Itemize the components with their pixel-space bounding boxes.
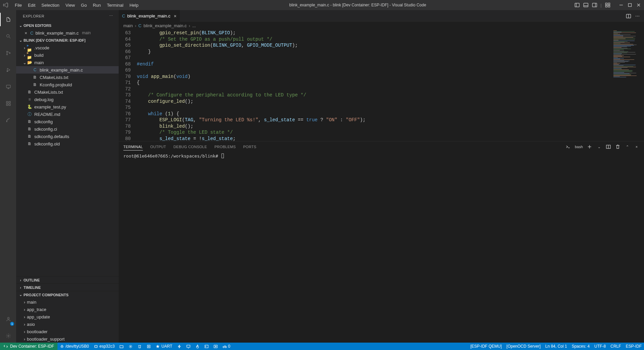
code-text[interactable]: gpio_reset_pin(BLINK_GPIO);	[137, 30, 236, 36]
menu-help[interactable]: Help	[127, 1, 141, 9]
status-flash-icon[interactable]	[175, 343, 184, 350]
code-editor[interactable]: 63 gpio_reset_pin(BLINK_GPIO);64 /* Set …	[119, 29, 612, 141]
activity-explorer[interactable]	[0, 13, 16, 26]
status-eol[interactable]: CRLF	[608, 343, 623, 350]
status-port[interactable]: /dev/ttyUSB0	[57, 343, 91, 350]
tree-item[interactable]: ⓘREADME.md	[16, 111, 119, 118]
close-icon[interactable]: ×	[24, 31, 28, 36]
close-window-icon[interactable]	[636, 2, 641, 8]
layout-right-icon[interactable]	[592, 2, 597, 8]
menu-file[interactable]: File	[12, 1, 25, 9]
layout-left-icon[interactable]	[574, 2, 580, 8]
tree-item[interactable]: Cblink_example_main.c	[16, 66, 119, 74]
close-panel-icon[interactable]: ×	[634, 144, 639, 149]
activity-scm[interactable]	[0, 46, 16, 60]
status-uart[interactable]: ★UART	[153, 343, 174, 350]
code-text[interactable]: configure_led();	[137, 98, 193, 105]
tree-item[interactable]: 🗎sdkconfig.defaults	[16, 133, 119, 140]
minimap[interactable]	[612, 29, 644, 141]
status-lncol[interactable]: Ln 84, Col 1	[543, 343, 569, 350]
component-item[interactable]: ›app_update	[16, 313, 119, 320]
terminal-shell-name[interactable]: bash	[575, 145, 583, 149]
activity-extensions[interactable]	[0, 97, 16, 110]
breadcrumb[interactable]: main› C blink_example_main.c› ...	[119, 22, 644, 29]
status-gear-icon[interactable]	[126, 343, 135, 350]
status-openocd[interactable]: [OpenOCD Server]	[504, 343, 543, 350]
code-text[interactable]: /* Configure the peripheral according to…	[137, 92, 306, 98]
minimize-icon[interactable]	[618, 2, 624, 8]
tree-item[interactable]: ⌄📂main	[16, 59, 119, 66]
tree-item[interactable]: 🗎Kconfig.projbuild	[16, 81, 119, 88]
component-item[interactable]: ›bootloader	[16, 328, 119, 335]
chevron-down-icon[interactable]: ⌄	[596, 144, 602, 149]
tree-item[interactable]: 🗎sdkconfig.old	[16, 140, 119, 147]
open-editors-header[interactable]: ⌄OPEN EDITORS	[16, 22, 119, 29]
code-text[interactable]: gpio_set_direction(BLINK_GPIO, GPIO_MODE…	[137, 42, 298, 49]
status-language[interactable]: ESP-IDF	[623, 343, 644, 350]
code-text[interactable]: ESP_LOGI(TAG, "Turning the LED %s!", s_l…	[137, 117, 366, 123]
activity-accounts[interactable]: 1	[0, 312, 16, 326]
code-text[interactable]: void app_main(void)	[137, 74, 191, 80]
layout-bottom-icon[interactable]	[583, 2, 589, 8]
maximize-panel-icon[interactable]: ⌃	[625, 144, 630, 149]
timeline-header[interactable]: ›TIMELINE	[16, 283, 119, 291]
split-terminal-icon[interactable]	[606, 144, 611, 149]
tree-item[interactable]: ›▸📁build	[16, 51, 119, 59]
maximize-icon[interactable]	[627, 2, 633, 8]
activity-espressif[interactable]	[0, 114, 16, 127]
status-qemu[interactable]: [ESP-IDF QEMU]	[468, 343, 504, 350]
new-terminal-icon[interactable]	[587, 144, 592, 149]
code-text[interactable]: }	[137, 49, 151, 55]
open-editor-item[interactable]: × C blink_example_main.c main	[16, 29, 119, 37]
menu-terminal[interactable]: Terminal	[104, 1, 126, 9]
code-text[interactable]: s_led_state = !s_led_state;	[137, 136, 236, 141]
more-icon[interactable]: ⋯	[109, 13, 114, 19]
terminal-body[interactable]: root@61e646e07665:/workspaces/blink#	[119, 152, 644, 343]
project-components-header[interactable]: ⌄PROJECT COMPONENTS	[16, 291, 119, 298]
editor-tab[interactable]: C blink_example_main.c ×	[119, 10, 180, 22]
code-text[interactable]: {	[137, 80, 139, 86]
component-item[interactable]: ›asio	[16, 320, 119, 328]
menu-edit[interactable]: Edit	[25, 1, 38, 9]
status-errwarn[interactable]: 0	[220, 343, 233, 350]
code-text[interactable]: /* Toggle the LED state */	[137, 129, 233, 136]
layout-customize-icon[interactable]	[605, 2, 610, 8]
status-folder-icon[interactable]	[117, 343, 126, 350]
tree-item[interactable]: 🗎CMakeLists.txt	[16, 88, 119, 96]
status-terminal-icon[interactable]	[202, 343, 211, 350]
close-tab-icon[interactable]: ×	[174, 13, 176, 19]
panel-tab-problems[interactable]: PROBLEMS	[214, 143, 236, 150]
terminal-profile-icon[interactable]	[565, 144, 571, 149]
tree-item[interactable]: ≡debug.log	[16, 96, 119, 103]
outline-header[interactable]: ›OUTLINE	[16, 276, 119, 283]
more-icon[interactable]: ⋯	[635, 13, 640, 19]
panel-tab-ports[interactable]: PORTS	[243, 143, 256, 150]
status-monitor-icon[interactable]	[184, 343, 193, 350]
component-item[interactable]: ›main	[16, 298, 119, 306]
status-trash-icon[interactable]	[135, 343, 144, 350]
code-text[interactable]: /* Set the GPIO as a push/pull output */	[137, 36, 272, 43]
activity-settings[interactable]	[0, 329, 16, 343]
activity-search[interactable]	[0, 30, 16, 43]
status-encoding[interactable]: UTF-8	[592, 343, 608, 350]
status-chip[interactable]: esp32c3	[91, 343, 117, 350]
panel-tab-debug-console[interactable]: DEBUG CONSOLE	[173, 143, 207, 150]
code-text[interactable]: blink_led();	[137, 123, 193, 130]
menu-selection[interactable]: Selection	[39, 1, 62, 9]
tree-item[interactable]: 🐍example_test.py	[16, 103, 119, 111]
split-editor-icon[interactable]	[626, 13, 631, 19]
status-flame-icon[interactable]	[193, 343, 202, 350]
activity-run-debug[interactable]	[0, 63, 16, 77]
tree-item[interactable]: 🗎sdkconfig.ci	[16, 125, 119, 133]
status-remote[interactable]: Dev Container: ESP-IDF	[0, 343, 57, 350]
code-text[interactable]: while (1) {	[137, 111, 179, 117]
menu-run[interactable]: Run	[90, 1, 104, 9]
kill-terminal-icon[interactable]	[615, 144, 620, 149]
component-item[interactable]: ›app_trace	[16, 306, 119, 313]
component-item[interactable]: ›bootloader_support	[16, 335, 119, 343]
menu-view[interactable]: View	[63, 1, 78, 9]
tree-item[interactable]: 🗎sdkconfig	[16, 118, 119, 125]
status-execute-icon[interactable]	[211, 343, 220, 350]
status-build-icon[interactable]	[144, 343, 153, 350]
status-spaces[interactable]: Spaces: 4	[569, 343, 592, 350]
